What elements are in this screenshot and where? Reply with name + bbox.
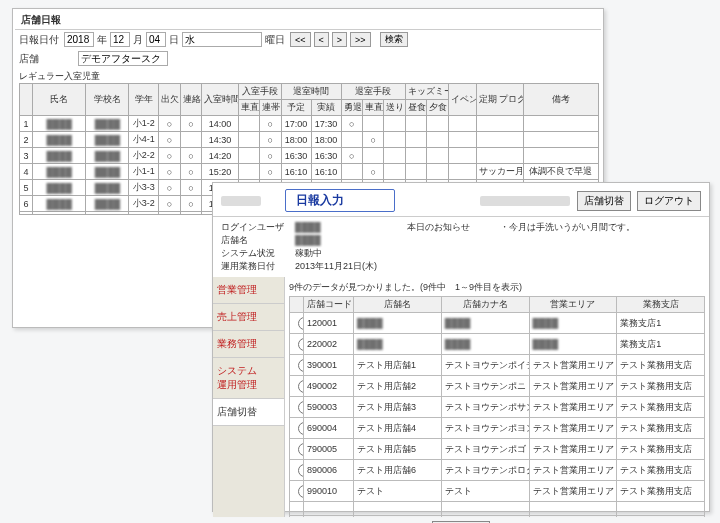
row-radio[interactable]: [298, 338, 304, 351]
table-row[interactable]: 890006テスト用店舗6テストヨウテンポロクテスト営業用エリアテスト業務用支店: [290, 460, 705, 481]
table-row[interactable]: 4████████小1-1○○15:20○16:1016:10○サッカー月曜体調…: [20, 164, 599, 180]
table-row[interactable]: 3████████小2-2○○14:20○16:3016:30○: [20, 148, 599, 164]
nippo-button[interactable]: 日報入力: [285, 189, 395, 212]
row-radio[interactable]: [298, 443, 304, 456]
row-radio[interactable]: [298, 401, 304, 414]
date-label: 日報日付: [19, 33, 59, 47]
year-input[interactable]: [64, 32, 94, 47]
table-row[interactable]: 490002テスト用店舗2テストヨウテンポニテスト営業用エリアテスト業務用支店: [290, 376, 705, 397]
table-row[interactable]: 390001テスト用店舗1テストヨウテンポイチテスト営業用エリアテスト業務用支店: [290, 355, 705, 376]
store-row: 店舗: [15, 49, 601, 68]
month-input[interactable]: [110, 32, 130, 47]
store-table: 店舗コード 店舗名 店舗カナ名 営業エリア 業務支店 120001███████…: [289, 296, 705, 517]
logout-button[interactable]: ログアウト: [637, 191, 701, 211]
store-list-panel: 日報入力 店舗切替 ログアウト ログインユーザ████ 店舗名████ システム…: [212, 182, 710, 512]
table-row[interactable]: 590003テスト用店舗3テストヨウテンポサンテスト営業用エリアテスト業務用支店: [290, 397, 705, 418]
sidebar: 営業管理 売上管理 業務管理 システム 運用管理 店舗切替: [213, 277, 285, 517]
row-radio[interactable]: [298, 380, 304, 393]
table-row[interactable]: 1████████小1-2○○14:00○17:0017:30○: [20, 116, 599, 132]
table-row[interactable]: 790005テスト用店舗5テストヨウテンポゴテスト営業用エリアテスト業務用支店: [290, 439, 705, 460]
sidebar-item-sales[interactable]: 営業管理: [213, 277, 284, 304]
table-row[interactable]: 120001████████████業務支店1: [290, 313, 705, 334]
result-message: 9件のデータが見つかりました。(9件中 1～9件目を表示): [289, 281, 705, 294]
date-filter-row: 日報日付 年 月 日 曜日 << < > >> 検索: [15, 30, 601, 49]
row-radio[interactable]: [298, 359, 304, 372]
sidebar-item-sysops[interactable]: システム 運用管理: [213, 358, 284, 399]
row-radio[interactable]: [298, 464, 304, 477]
table-row[interactable]: 690004テスト用店舗4テストヨウテンポヨンテスト営業用エリアテスト業務用支店: [290, 418, 705, 439]
topbar: 日報入力 店舗切替 ログアウト: [213, 183, 709, 217]
row-radio[interactable]: [298, 422, 304, 435]
last-button[interactable]: >>: [350, 32, 371, 47]
org-placeholder: [480, 196, 570, 206]
day-input[interactable]: [146, 32, 166, 47]
row-radio[interactable]: [298, 317, 304, 330]
prev-button[interactable]: <: [314, 32, 329, 47]
store-input[interactable]: [78, 51, 168, 66]
search-button[interactable]: 検索: [380, 32, 408, 47]
main-area: 9件のデータが見つかりました。(9件中 1～9件目を表示) 店舗コード 店舗名 …: [285, 277, 709, 517]
section-label: レギュラー入室児童: [15, 68, 601, 83]
dow-input[interactable]: [182, 32, 262, 47]
sidebar-item-revenue[interactable]: 売上管理: [213, 304, 284, 331]
notice-title: 本日のお知らせ: [407, 221, 470, 234]
table-row[interactable]: 2████████小4-1○14:30○18:0018:00○: [20, 132, 599, 148]
row-radio[interactable]: [298, 485, 304, 498]
sidebar-item-switch[interactable]: 店舗切替: [213, 399, 284, 426]
panel-title: 店舗日報: [15, 11, 601, 30]
notice-body: ・今月は手洗いうがい月間です。: [500, 221, 635, 234]
table-row[interactable]: 990010テストテストテスト営業用エリアテスト業務用支店: [290, 481, 705, 502]
table-row[interactable]: 220002████████████業務支店1: [290, 334, 705, 355]
sidebar-item-ops[interactable]: 業務管理: [213, 331, 284, 358]
next-button[interactable]: >: [332, 32, 347, 47]
change-store-button[interactable]: 店舗切替: [577, 191, 631, 211]
meta-area: ログインユーザ████ 店舗名████ システム状況稼動中 運用業務日付2013…: [213, 217, 709, 277]
first-button[interactable]: <<: [290, 32, 311, 47]
store-label: 店舗: [19, 52, 39, 66]
logo-placeholder: [221, 196, 261, 206]
